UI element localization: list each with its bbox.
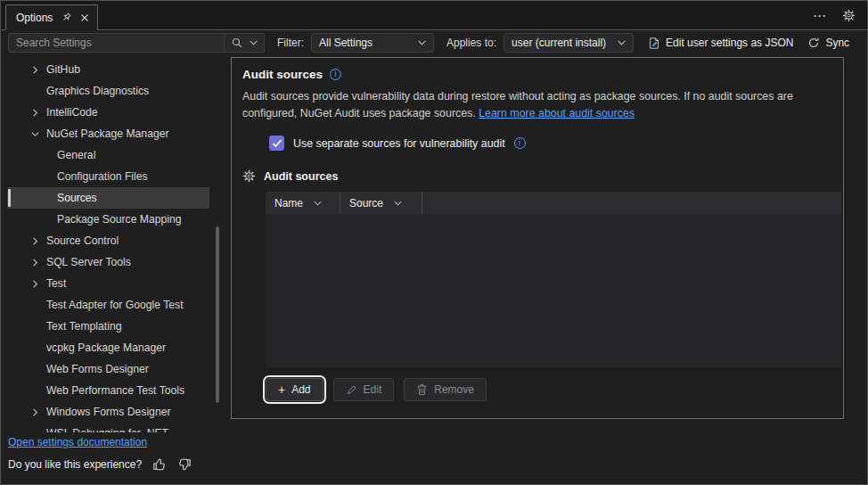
sidebar-item-label: Sources xyxy=(57,192,97,204)
filter-dropdown[interactable]: All Settings xyxy=(311,33,434,53)
sidebar-item-source-control[interactable]: Source Control xyxy=(7,230,209,251)
thumbs-up-icon[interactable] xyxy=(152,457,167,472)
sidebar-item-label: General xyxy=(57,149,95,161)
plus-icon: + xyxy=(278,383,285,396)
sidebar-item-label: Graphics Diagnostics xyxy=(46,85,149,97)
edit-user-settings-json-button[interactable]: Edit user settings as JSON xyxy=(648,37,793,50)
chevron-right-icon[interactable] xyxy=(31,66,46,74)
info-icon[interactable]: i xyxy=(514,137,526,149)
sidebar-item-label: WSL Debugging for .NET xyxy=(46,427,168,432)
feedback-prompt: Do you like this experience? xyxy=(8,458,142,471)
sidebar-item-github[interactable]: GitHub xyxy=(7,59,209,80)
chevron-right-icon[interactable] xyxy=(31,237,46,245)
applies-to-dropdown[interactable]: user (current install) xyxy=(504,33,634,53)
titlebar-actions: ··· xyxy=(814,9,867,29)
sidebar-item-sql-server-tools[interactable]: SQL Server Tools xyxy=(7,251,209,273)
chevron-down-icon xyxy=(618,40,626,45)
sidebar-item-graphics-diagnostics[interactable]: Graphics Diagnostics xyxy=(7,80,209,102)
search-settings-box[interactable] xyxy=(8,33,265,53)
chevron-down-icon xyxy=(394,201,402,206)
add-button[interactable]: + Add xyxy=(266,378,323,401)
chevron-right-icon[interactable] xyxy=(31,259,46,267)
chevron-down-icon xyxy=(314,201,322,206)
learn-more-link[interactable]: Learn more about audit sources xyxy=(479,107,635,119)
sidebar-item-wsl-debugging-for-net[interactable]: WSL Debugging for .NET xyxy=(7,423,209,432)
sidebar-item-vcpkg-package-manager[interactable]: vcpkg Package Manager xyxy=(7,337,209,358)
sync-label: Sync xyxy=(825,37,849,49)
chevron-right-icon[interactable] xyxy=(31,280,46,288)
column-label: Source xyxy=(349,197,383,210)
vulnerability-audit-checkbox[interactable] xyxy=(269,136,284,151)
gear-icon xyxy=(242,169,256,183)
settings-toolbar: Filter: All Settings Applies to: user (c… xyxy=(1,30,867,57)
sidebar-item-label: SQL Server Tools xyxy=(46,256,131,268)
search-input[interactable] xyxy=(9,37,224,49)
remove-button-label: Remove xyxy=(434,383,474,396)
sidebar-item-web-performance-test-tools[interactable]: Web Performance Test Tools xyxy=(7,380,209,401)
audit-sources-description: Audit sources provide vulnerability data… xyxy=(242,88,832,121)
applies-to-label: Applies to: xyxy=(446,37,496,49)
audit-sources-section-header: Audit sources xyxy=(242,169,832,183)
sidebar-item-windows-forms-designer[interactable]: Windows Forms Designer xyxy=(7,401,209,423)
sidebar-item-general[interactable]: General xyxy=(7,144,209,166)
remove-button[interactable]: Remove xyxy=(404,378,487,401)
open-settings-doc-link[interactable]: Open settings documentation xyxy=(8,436,147,448)
add-button-label: Add xyxy=(291,383,310,396)
sidebar-item-configuration-files[interactable]: Configuration Files xyxy=(7,166,209,187)
sidebar-item-text-templating[interactable]: Text Templating xyxy=(7,316,209,337)
applies-to-value: user (current install) xyxy=(512,37,606,49)
table-actions: + Add Edit Remove xyxy=(266,378,832,401)
edit-json-label: Edit user settings as JSON xyxy=(666,37,793,49)
sidebar-item-label: Windows Forms Designer xyxy=(46,406,171,418)
sync-button[interactable]: Sync xyxy=(807,37,849,49)
vulnerability-audit-row: Use separate sources for vulnerability a… xyxy=(269,136,832,151)
sidebar-scrollbar[interactable] xyxy=(216,226,219,403)
sidebar-item-package-source-mapping[interactable]: Package Source Mapping xyxy=(7,209,209,230)
info-icon[interactable]: i xyxy=(330,69,341,80)
filter-value: All Settings xyxy=(319,37,373,49)
content-area: GitHubGraphics DiagnosticsIntelliCodeNuG… xyxy=(1,57,867,432)
chevron-down-icon[interactable] xyxy=(31,130,46,138)
sidebar-item-label: Configuration Files xyxy=(57,170,148,183)
checkbox-label: Use separate sources for vulnerability a… xyxy=(293,137,505,150)
column-header-name[interactable]: Name xyxy=(266,192,340,214)
sidebar-item-label: Test Adapter for Google Test xyxy=(46,299,184,311)
sidebar-item-label: IntelliCode xyxy=(46,106,98,119)
sidebar-item-label: GitHub xyxy=(46,63,80,76)
sidebar-item-label: NuGet Package Manager xyxy=(46,127,169,140)
edit-button-label: Edit xyxy=(364,383,382,396)
column-header-source[interactable]: Source xyxy=(340,192,422,214)
footer: Open settings documentation Do you like … xyxy=(1,432,867,484)
sidebar-item-label: Web Forms Designer xyxy=(46,363,149,375)
thumbs-down-icon[interactable] xyxy=(177,457,192,472)
titlebar: Options ··· xyxy=(1,1,867,30)
filter-label: Filter: xyxy=(277,37,304,49)
column-label: Name xyxy=(274,197,303,210)
sidebar-item-test-adapter-for-google-test[interactable]: Test Adapter for Google Test xyxy=(7,294,209,316)
edit-json-icon xyxy=(648,37,660,50)
edit-button[interactable]: Edit xyxy=(333,378,395,401)
sidebar-item-test[interactable]: Test xyxy=(7,273,209,294)
sidebar-item-web-forms-designer[interactable]: Web Forms Designer xyxy=(7,358,209,380)
search-icon[interactable] xyxy=(231,37,243,49)
gear-icon[interactable] xyxy=(842,9,856,22)
sidebar-item-intellicode[interactable]: IntelliCode xyxy=(7,102,209,123)
more-options-icon[interactable]: ··· xyxy=(814,12,827,20)
tab-title: Options xyxy=(16,12,53,24)
audit-sources-panel: Audit sources i Audit sources provide vu… xyxy=(231,57,844,419)
chevron-right-icon[interactable] xyxy=(31,109,46,117)
chevron-down-icon xyxy=(418,40,426,45)
pin-icon[interactable] xyxy=(61,12,72,23)
options-tab[interactable]: Options xyxy=(5,4,98,30)
sidebar-item-sources[interactable]: Sources xyxy=(7,187,209,209)
pencil-icon xyxy=(346,384,357,396)
trash-icon xyxy=(416,383,428,396)
sidebar-item-nuget-package-manager[interactable]: NuGet Package Manager xyxy=(7,123,209,144)
sidebar-item-label: Package Source Mapping xyxy=(57,213,182,226)
search-chevron-down-icon[interactable] xyxy=(250,40,258,45)
sync-icon xyxy=(807,37,820,49)
audit-table-body xyxy=(266,214,841,367)
close-icon[interactable] xyxy=(80,13,89,22)
settings-tree: GitHubGraphics DiagnosticsIntelliCodeNuG… xyxy=(1,57,224,432)
chevron-right-icon[interactable] xyxy=(31,408,46,416)
